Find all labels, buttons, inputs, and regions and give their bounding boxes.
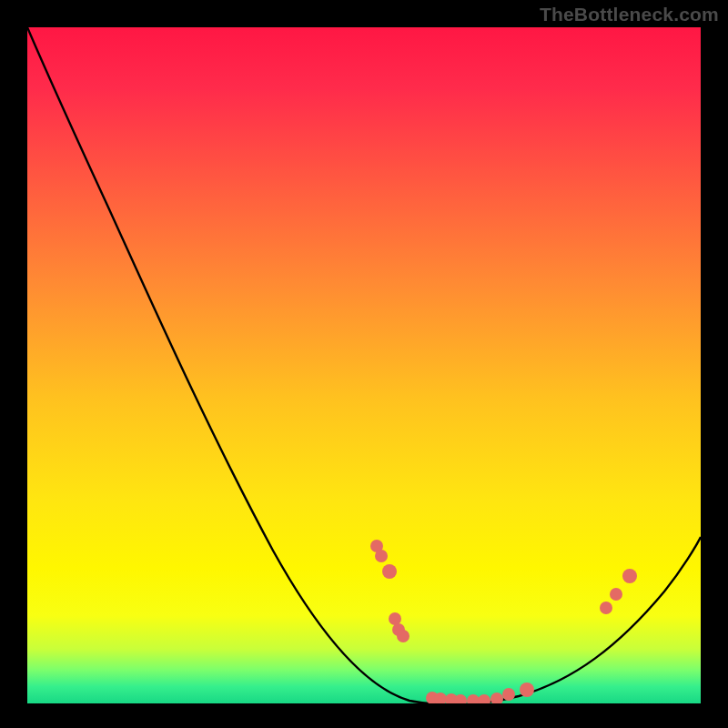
data-point xyxy=(600,602,612,614)
plot-area xyxy=(27,27,701,703)
data-point xyxy=(375,550,388,562)
data-point xyxy=(478,694,490,703)
data-point xyxy=(490,693,503,703)
curve-layer xyxy=(27,27,701,703)
data-point xyxy=(467,694,480,703)
data-point xyxy=(382,564,397,579)
chart-frame: TheBottleneck.com xyxy=(0,0,728,728)
data-point xyxy=(610,588,622,601)
data-point xyxy=(397,630,410,642)
watermark-text: TheBottleneck.com xyxy=(540,4,719,25)
bottleneck-curve xyxy=(27,27,701,703)
data-point xyxy=(622,569,637,583)
data-point xyxy=(389,612,401,625)
data-points xyxy=(370,540,637,703)
data-point xyxy=(520,682,534,697)
data-point xyxy=(502,688,515,701)
